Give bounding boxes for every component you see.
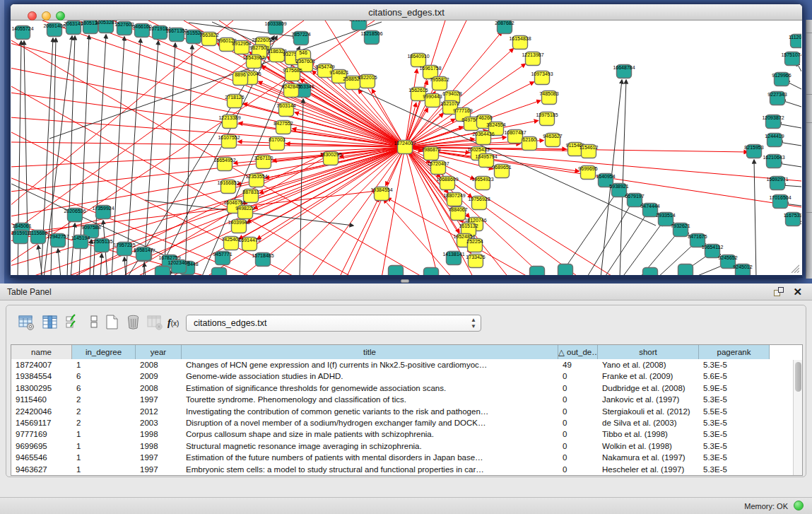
table-cell[interactable]: Stergiakouli et al. (2012): [598, 406, 699, 417]
graph-edge[interactable]: [339, 198, 379, 275]
graph-node[interactable]: 12093872: [762, 115, 784, 129]
table-cell[interactable]: 2003: [136, 417, 182, 428]
column-header-name[interactable]: name: [11, 345, 72, 359]
table-cell[interactable]: 5.3E-5: [699, 428, 770, 440]
graph-node[interactable]: [643, 268, 658, 276]
graph-node[interactable]: 8215953: [744, 145, 763, 158]
graph-node[interactable]: 1958147: [134, 247, 153, 261]
graph-node[interactable]: 20691406: [43, 23, 65, 37]
graph-node[interactable]: 817003: [269, 137, 285, 151]
graph-node[interactable]: 9990443: [423, 94, 442, 107]
graph-node[interactable]: 9689651: [492, 165, 511, 178]
table-cell[interactable]: 2: [72, 417, 136, 428]
table-cell[interactable]: 5.3E-5: [699, 359, 770, 370]
table-cell[interactable]: 14569117: [11, 417, 72, 428]
table-settings-icon[interactable]: [18, 314, 35, 332]
table-cell[interactable]: 1997: [136, 394, 182, 405]
table-cell[interactable]: 6: [72, 370, 136, 382]
graph-node[interactable]: 19756928: [468, 197, 490, 210]
table-row[interactable]: 977716911998Corpus callosum shape and si…: [11, 428, 802, 440]
graph-node[interactable]: 1822015: [358, 75, 377, 88]
table-cell[interactable]: 2012: [136, 406, 182, 417]
table-cell[interactable]: Hescheler et al. (1997): [598, 464, 699, 475]
graph-node[interactable]: 1112074: [789, 35, 801, 48]
graph-node[interactable]: 15692971: [766, 177, 788, 190]
column-chooser-icon[interactable]: [42, 314, 59, 332]
table-cell[interactable]: Genome-wide association studies in ADHD.: [182, 370, 558, 382]
graph-node[interactable]: [212, 268, 227, 276]
graph-edge[interactable]: [185, 45, 192, 275]
graph-node[interactable]: 1145194: [71, 235, 90, 249]
graph-node[interactable]: 17016504: [769, 195, 791, 209]
table-cell[interactable]: 9115460: [11, 394, 72, 405]
graph-node[interactable]: 19384554: [370, 187, 392, 201]
table-cell[interactable]: 5.3E-5: [699, 440, 770, 452]
graph-edge[interactable]: [11, 147, 405, 167]
table-cell[interactable]: 49: [558, 359, 598, 370]
graph-node[interactable]: 2718126: [225, 95, 244, 108]
graph-node[interactable]: 9245012: [733, 264, 752, 276]
graph-edge[interactable]: [100, 254, 102, 275]
graph-node[interactable]: 16107552: [218, 135, 240, 148]
table-row[interactable]: 946362711997Embryonic stem cells: a mode…: [11, 464, 802, 475]
table-cell[interactable]: 19384554: [11, 370, 72, 382]
graph-node[interactable]: 12213389: [218, 115, 240, 129]
table-cell[interactable]: 1: [72, 440, 136, 452]
table-cell[interactable]: 9777169: [11, 428, 72, 440]
table-row[interactable]: 1938455462009Genome-wide association stu…: [11, 370, 802, 382]
window-titlebar[interactable]: citations_edges.txt: [11, 4, 802, 21]
table-cell[interactable]: Embryonic stem cells: a model to study s…: [182, 464, 558, 475]
graph-edge[interactable]: [558, 193, 616, 275]
scrollbar-thumb[interactable]: [795, 362, 801, 392]
table-cell[interactable]: 5.3E-5: [699, 452, 770, 463]
table-cell[interactable]: 0: [558, 382, 598, 394]
graph-node[interactable]: 1527602: [114, 22, 134, 35]
table-cell[interactable]: 1998: [136, 440, 182, 452]
graph-node[interactable]: 15218506: [360, 31, 382, 45]
graph-node[interactable]: 7485083: [539, 91, 558, 105]
graph-node[interactable]: 2087682: [495, 21, 514, 34]
graph-node[interactable]: 8427552: [273, 121, 293, 134]
graph-node[interactable]: [530, 267, 545, 276]
table-cell[interactable]: 0: [558, 394, 598, 405]
table-cell[interactable]: Wolkin et al. (1998): [598, 440, 699, 452]
table-cell[interactable]: 2: [72, 394, 136, 405]
table-cell[interactable]: Jankovic et al. (1997): [598, 394, 699, 405]
network-canvas[interactable]: 1405572420691406206314118051381005328715…: [11, 21, 801, 275]
graph-edge[interactable]: [112, 37, 124, 275]
table-cell[interactable]: Nakamura et al. (1997): [598, 452, 699, 463]
table-row[interactable]: 969969511998Structural magnetic resonanc…: [11, 440, 802, 452]
table-cell[interactable]: 9465546: [11, 452, 72, 463]
column-header-short[interactable]: short: [598, 345, 699, 359]
table-cell[interactable]: 0: [558, 452, 598, 463]
table-cell[interactable]: 1: [72, 359, 136, 370]
graph-node[interactable]: 8896: [233, 72, 248, 86]
table-cell[interactable]: 9463627: [11, 464, 72, 475]
graph-node[interactable]: 3915911: [11, 230, 30, 244]
graph-node[interactable]: 14055724: [11, 26, 33, 40]
graph-node[interactable]: 9498222: [235, 206, 254, 219]
float-panel-icon[interactable]: [774, 287, 784, 296]
graph-node[interactable]: 62160: [522, 137, 537, 151]
table-cell[interactable]: Tourette syndrome. Phenomenology and cla…: [182, 394, 558, 405]
graph-node[interactable]: 14039948: [228, 220, 249, 233]
graph-node[interactable]: 9129966: [772, 73, 791, 86]
delete-column-icon[interactable]: [146, 314, 163, 332]
graph-node[interactable]: 9699695: [578, 166, 597, 180]
delete-table-icon[interactable]: [125, 314, 142, 332]
graph-edge[interactable]: [622, 222, 663, 275]
graph-edge[interactable]: [71, 223, 75, 275]
graph-node[interactable]: 14138141: [442, 252, 464, 265]
graph-node[interactable]: 12213987: [522, 52, 543, 66]
graph-node[interactable]: 252254: [466, 239, 483, 252]
resize-grip[interactable]: [789, 263, 799, 273]
table-cell[interactable]: 2008: [136, 382, 182, 394]
table-cell[interactable]: 5.9E-5: [699, 382, 770, 394]
table-row[interactable]: 911546021997Tourette syndrome. Phenomeno…: [11, 394, 802, 405]
graph-node[interactable]: 13975185: [536, 112, 558, 126]
table-cell[interactable]: 1997: [136, 464, 182, 475]
graph-node[interactable]: 1733426: [466, 255, 485, 268]
graph-node[interactable]: [678, 264, 693, 276]
graph-node[interactable]: 16914479: [238, 238, 260, 251]
graph-node[interactable]: 7603144: [276, 103, 295, 117]
